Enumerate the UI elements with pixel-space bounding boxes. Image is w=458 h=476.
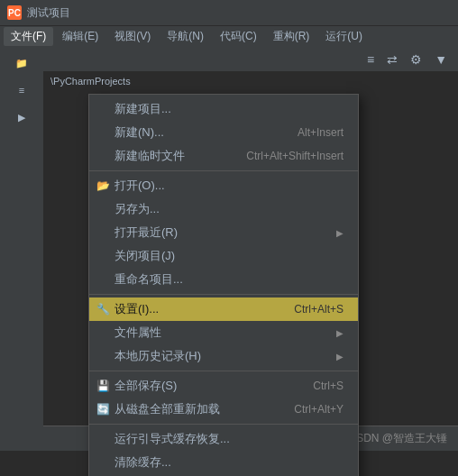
toolbar-dropdown-btn[interactable]: ▼ [431, 50, 451, 69]
menu-open[interactable]: 📂 打开(O)... [89, 174, 358, 197]
menu-new-scratch[interactable]: 新建临时文件 Ctrl+Alt+Shift+Insert [89, 144, 358, 168]
menu-local-history[interactable]: 本地历史记录(H) [89, 344, 358, 368]
toolbar-menu-btn[interactable]: ≡ [363, 50, 378, 69]
sidebar-expand-btn[interactable]: ▶ [5, 105, 38, 130]
menu-file[interactable]: 文件(F) [4, 27, 53, 46]
menu-save-all[interactable]: 💾 全部保存(S) Ctrl+S [89, 374, 358, 398]
path-bar: \PyCharmProjects [43, 72, 458, 90]
menu-reload-from-disk[interactable]: 🔄 从磁盘全部重新加载 Ctrl+Alt+Y [89, 398, 358, 421]
menu-clear-cache[interactable]: 清除缓存... [89, 451, 358, 474]
toolbar-settings-btn[interactable]: ⚙ [407, 50, 426, 69]
path-text: \PyCharmProjects [50, 76, 131, 87]
menu-save-as[interactable]: 另存为... [89, 197, 358, 221]
sidebar-project-btn[interactable]: 📁 [5, 50, 38, 76]
menu-section-settings: 🔧 设置(I)... Ctrl+Alt+S 文件属性 本地历史记录(H) [89, 295, 358, 371]
menu-edit[interactable]: 编辑(E) [55, 27, 105, 46]
status-text: CSDN @智造王大锤 [348, 431, 447, 446]
menu-recent[interactable]: 打开最近(R) [89, 221, 358, 244]
title-bar: PC 测试项目 [0, 0, 458, 25]
app-icon: PC [7, 5, 22, 20]
menu-section-save: 💾 全部保存(S) Ctrl+S 🔄 从磁盘全部重新加载 Ctrl+Alt+Y [89, 371, 358, 425]
menu-navigate[interactable]: 导航(N) [160, 27, 211, 46]
toolbar: ≡ ⇄ ⚙ ▼ [43, 47, 458, 72]
toolbar-split-btn[interactable]: ⇄ [383, 50, 401, 69]
content-area: ≡ ⇄ ⚙ ▼ \PyCharmProjects 新建项目... 新建(N)..… [43, 47, 458, 451]
menu-bar: 文件(F) 编辑(E) 视图(V) 导航(N) 代码(C) 重构(R) 运行(U… [0, 25, 458, 47]
menu-view[interactable]: 视图(V) [107, 27, 158, 46]
app-icon-label: PC [8, 8, 21, 18]
menu-cache-recovery[interactable]: 运行引导式缓存恢复... [89, 427, 358, 451]
window-title: 测试项目 [27, 5, 70, 21]
menu-rename-project[interactable]: 重命名项目... [89, 268, 358, 291]
menu-close-project[interactable]: 关闭项目(J) [89, 244, 358, 268]
menu-settings[interactable]: 🔧 设置(I)... Ctrl+Alt+S [89, 298, 358, 321]
reload-icon: 🔄 [96, 403, 110, 416]
folder-icon: 📂 [96, 179, 110, 192]
menu-section-open: 📂 打开(O)... 另存为... 打开最近(R) 关闭项目(J) 重命名项目.… [89, 171, 358, 295]
wrench-icon: 🔧 [96, 303, 110, 316]
menu-code[interactable]: 代码(C) [213, 27, 264, 46]
menu-refactor[interactable]: 重构(R) [266, 27, 317, 46]
menu-file-properties[interactable]: 文件属性 [89, 321, 358, 344]
menu-new[interactable]: 新建(N)... Alt+Insert [89, 121, 358, 144]
sidebar: 📁 ≡ ▶ [0, 47, 43, 451]
menu-new-project[interactable]: 新建项目... [89, 97, 358, 121]
main-area: 📁 ≡ ▶ ≡ ⇄ ⚙ ▼ \PyCharmProjects 新建项目... 新… [0, 47, 458, 451]
file-dropdown-menu: 新建项目... 新建(N)... Alt+Insert 新建临时文件 Ctrl+… [88, 94, 359, 476]
menu-run[interactable]: 运行(U) [318, 27, 370, 46]
save-icon: 💾 [96, 380, 110, 392]
sidebar-toggle-btn[interactable]: ≡ [5, 78, 38, 103]
menu-section-new: 新建项目... 新建(N)... Alt+Insert 新建临时文件 Ctrl+… [89, 95, 358, 171]
menu-section-cache: 运行引导式缓存恢复... 清除缓存... [89, 425, 358, 476]
